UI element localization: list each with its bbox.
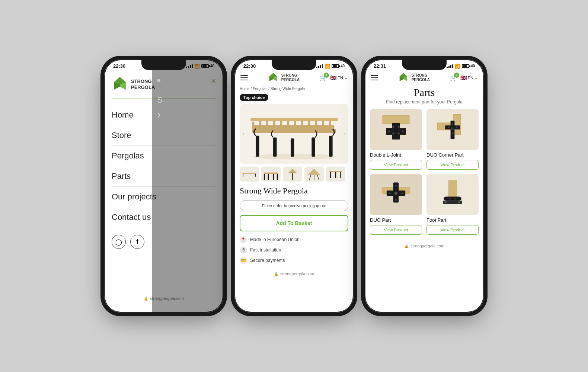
image-prev-button[interactable]: ← <box>241 130 248 138</box>
product-title: Strong Wide Pergola <box>240 186 348 196</box>
footer-url-3: 🔒 strongpergola.com <box>370 241 479 248</box>
svg-rect-84 <box>458 197 461 200</box>
thumbnail-5[interactable] <box>326 167 345 182</box>
thumbnail-3[interactable] <box>283 167 302 182</box>
thumb-svg-4 <box>306 168 322 180</box>
battery-icon-2 <box>332 64 339 68</box>
part-name-foot: Foot Part <box>426 217 479 223</box>
svg-rect-27 <box>242 173 256 174</box>
top-nav-3: STRONGPERGOLA 🛒 0 🇬🇧 EN ⌄ <box>365 70 484 87</box>
thumbnail-4[interactable] <box>304 167 324 182</box>
cart-button[interactable]: 🛒 0 <box>320 74 327 81</box>
svg-point-63 <box>452 123 454 125</box>
parts-header: Parts Find replacement part for your Per… <box>370 87 479 105</box>
double-l-joint-svg <box>379 113 413 146</box>
svg-rect-70 <box>394 192 397 195</box>
top-nav-2: STRONGPERGOLA 🛒 0 🇬🇧 EN ⌄ <box>234 70 354 87</box>
thumb-svg-3 <box>284 168 301 180</box>
pricing-quote-button[interactable]: Place order to receive pricing quote <box>240 200 348 211</box>
phone-product: 22:30 📶 40 <box>234 60 354 312</box>
flag-icon: 🇬🇧 <box>330 75 336 81</box>
logo-text-3: STRONGPERGOLA <box>412 73 430 82</box>
svg-rect-39 <box>335 172 336 178</box>
view-product-duo[interactable]: View Product <box>370 225 422 235</box>
svg-rect-10 <box>311 137 315 157</box>
part-duo: DUO Part View Product <box>370 174 422 235</box>
svg-rect-14 <box>252 122 254 130</box>
add-to-basket-button[interactable]: Add To Basket <box>240 215 348 231</box>
svg-rect-9 <box>273 137 277 157</box>
svg-point-62 <box>456 126 458 128</box>
part-image-foot <box>426 174 479 215</box>
view-product-duo-corner[interactable]: View Product <box>426 160 479 170</box>
svg-rect-38 <box>340 172 341 178</box>
pergola-svg <box>245 107 343 161</box>
svg-rect-25 <box>329 121 331 131</box>
feature-made-in-eu: 📍 Made in European Union <box>240 236 348 243</box>
status-bar-2: 22:30 📶 40 <box>234 60 354 70</box>
svg-point-85 <box>449 198 451 199</box>
svg-point-74 <box>395 199 397 201</box>
view-product-foot[interactable]: View Product <box>426 225 479 235</box>
thumbnail-2[interactable] <box>261 167 281 182</box>
language-selector[interactable]: 🇬🇧 EN ⌄ <box>330 75 348 81</box>
svg-rect-31 <box>264 174 265 180</box>
time-3: 22:31 <box>374 63 386 69</box>
facebook-icon[interactable]: f <box>130 235 144 249</box>
svg-point-49 <box>392 132 394 134</box>
product-main-image: ← → <box>240 104 348 164</box>
part-image-double-l-joint <box>370 109 422 150</box>
status-bar-3: 22:31 📶 40 <box>365 60 484 70</box>
product-scroll[interactable]: Home / Pergolas / Strong Wide Pergola To… <box>234 87 354 312</box>
clock-icon: ⏱ <box>240 246 247 254</box>
status-icons-2: 📶 40 <box>316 64 345 69</box>
hamburger-button[interactable] <box>240 75 248 80</box>
svg-point-81 <box>445 202 447 203</box>
status-icons-3: 📶 40 <box>447 64 475 69</box>
instagram-icon[interactable]: ◯ <box>112 235 126 249</box>
svg-rect-32 <box>277 174 278 180</box>
logo-2: STRONGPERGOLA <box>268 73 300 83</box>
part-foot: Foot Part View Product <box>426 174 479 235</box>
card-icon: 💳 <box>240 257 247 264</box>
features-list: 📍 Made in European Union ⏱ Fast installa… <box>240 236 348 264</box>
phone-parts: 22:31 📶 40 <box>365 60 484 312</box>
chevron-down-icon-3: ⌄ <box>474 76 478 80</box>
breadcrumb: Home / Pergolas / Strong Wide Pergola <box>240 87 348 91</box>
svg-rect-11 <box>291 138 294 157</box>
svg-rect-26 <box>250 118 338 121</box>
parts-grid: Double L-Joint View Product <box>370 109 479 235</box>
wifi-icon-2: 📶 <box>325 64 330 69</box>
lock-icon-2: 🔒 <box>274 272 278 276</box>
logo-icon <box>112 76 128 93</box>
svg-point-52 <box>402 131 403 132</box>
svg-rect-28 <box>243 174 243 177</box>
thumbnail-row <box>240 167 348 182</box>
svg-rect-8 <box>329 136 332 157</box>
logo-text: STRONG PERGOLA <box>131 78 155 90</box>
time-1: 22:30 <box>113 63 125 69</box>
feature-fast-install: ⏱ Fast installation <box>240 246 348 254</box>
cart-button-3[interactable]: 🛒 0 <box>450 74 457 81</box>
view-product-double-l-joint[interactable]: View Product <box>370 160 422 170</box>
svg-rect-37 <box>330 172 331 178</box>
hamburger-button-3[interactable] <box>371 75 378 80</box>
parts-scroll[interactable]: Parts Find replacement part for your Per… <box>365 87 484 312</box>
svg-rect-60 <box>451 128 454 130</box>
image-next-button[interactable]: → <box>340 130 347 138</box>
duo-corner-svg <box>436 113 469 146</box>
thumbnail-1[interactable] <box>240 167 259 182</box>
language-selector-3[interactable]: 🇬🇧 EN ⌄ <box>460 75 478 81</box>
lock-icon-1: 🔒 <box>144 296 148 301</box>
foot-part-svg <box>436 178 469 211</box>
part-name-double-l-joint: Double L-Joint <box>370 152 422 158</box>
svg-point-47 <box>392 126 394 128</box>
chevron-down-icon: ⌄ <box>344 76 348 80</box>
svg-rect-24 <box>322 120 324 131</box>
svg-rect-23 <box>315 120 317 131</box>
cart-badge-3: 0 <box>454 73 459 78</box>
svg-rect-30 <box>264 173 278 174</box>
svg-rect-75 <box>448 180 457 199</box>
header-actions-2: 🛒 0 🇬🇧 EN ⌄ <box>320 74 348 81</box>
svg-rect-15 <box>259 120 261 131</box>
